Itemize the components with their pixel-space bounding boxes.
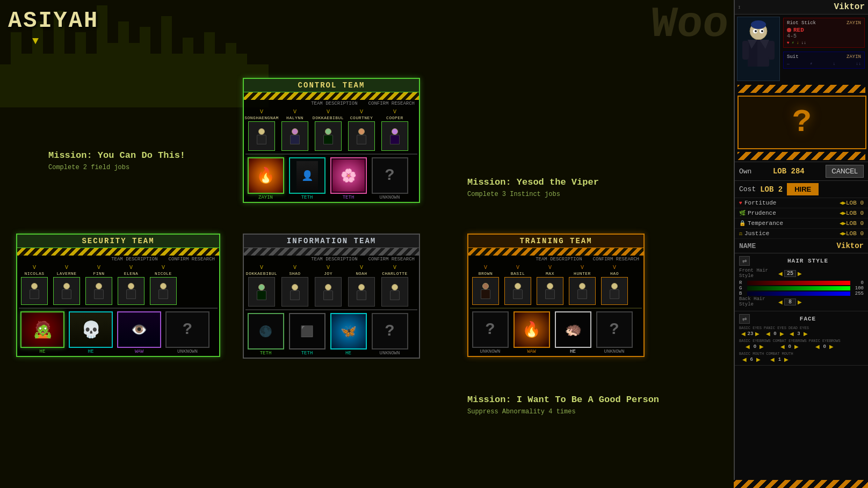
cost-hire-row: Cost LOB 2 HIRE	[735, 181, 868, 198]
combat-eyebrows-val: 0	[786, 344, 793, 349]
combat-mouth-left[interactable]: ◀	[770, 356, 775, 362]
training-entities: ? UNKNOWN 🔥 WAW 🦔 HE ? UNKNOWN	[468, 310, 643, 356]
entity-unknown-train2[interactable]: ? UNKNOWN	[594, 311, 634, 354]
panic-eyes-left[interactable]: ◀	[766, 331, 770, 337]
entity-waw-1[interactable]: 👁️ WAW	[115, 311, 163, 354]
security-team-title: Security Team	[82, 237, 154, 245]
face-label: FACE	[752, 316, 864, 322]
basic-mouth-right[interactable]: ▶	[756, 356, 761, 362]
armor-type-label: Suit	[787, 54, 799, 60]
back-hair-right[interactable]: ▶	[798, 299, 802, 305]
svg-rect-26	[768, 41, 775, 60]
entity-teth-dark[interactable]: 👤 TETH	[287, 157, 327, 200]
member-dokkaebibul[interactable]: V DOKKAEBIBUL	[312, 109, 344, 151]
training-stripe	[468, 248, 643, 256]
armor-box[interactable]: Suit ZAYIN — ⚡ ↓ ↓↓	[783, 52, 865, 69]
combat-eyebrows-label: COMBAT EYEBROWS	[773, 339, 807, 343]
control-team-title: Control Team	[298, 81, 365, 90]
combat-mouth-item: COMBAT MOUTH ◀ 1 ▶	[766, 352, 793, 362]
member-basil[interactable]: V BASIL	[502, 265, 533, 305]
member-cooper[interactable]: V COOPER	[379, 109, 411, 151]
svg-point-19	[761, 30, 763, 32]
member-charlotte[interactable]: V CHARLOTTE	[379, 265, 411, 307]
entity-waw-fire[interactable]: 🔥 WAW	[511, 311, 552, 354]
entity-unknown-train1[interactable]: ? UNKNOWN	[470, 311, 510, 354]
stat-fortitude: ♥ Fortitude ◀ ▶ LOB 0	[735, 198, 868, 208]
hire-button[interactable]: HIRE	[787, 183, 819, 195]
entity-teth-pink[interactable]: 🌸 TETH	[328, 157, 368, 200]
basic-eyes-val: 23	[747, 331, 754, 337]
combat-eyebrows-left[interactable]: ◀	[780, 344, 785, 349]
panic-eyes-label: PANIC EYES	[764, 326, 786, 330]
back-hair-control: Back Hair Style ◀ 8 ▶	[739, 296, 864, 307]
mission-bottom-title: Mission: I Want To Be A Good Person	[467, 395, 659, 405]
cost-label: Cost	[739, 185, 756, 193]
security-members: V NICOLAS V LAVERNE V FINN V ELENA	[17, 263, 219, 307]
mission-left-title: Mission: You Can Do This!	[48, 150, 185, 161]
panic-eyes-right[interactable]: ▶	[780, 331, 784, 337]
member-finn[interactable]: V FINN	[83, 265, 114, 305]
cancel-button[interactable]: CANCEL	[826, 165, 864, 178]
member-laverne[interactable]: V LAVERNE	[51, 265, 82, 305]
hairstyle-shuffle-btn[interactable]: ⇄	[739, 256, 750, 266]
member-elena[interactable]: V ELENA	[115, 265, 147, 305]
entity-teth-info2[interactable]: ⬛ TETH	[287, 313, 327, 356]
entity-he-spike[interactable]: 🦔 HE	[553, 311, 593, 354]
basic-eyes-right[interactable]: ▶	[755, 331, 760, 337]
weapon-box[interactable]: Riot Stick ZAYIN RED 4-5 ♥ ⚡ ↓ ↓↓	[783, 18, 865, 48]
prudence-label: Prudence	[748, 210, 840, 216]
member-courtney[interactable]: V COURTNEY	[345, 109, 378, 151]
lob-cost-value: LOB 2	[760, 185, 783, 194]
member-joy[interactable]: V JOY	[312, 265, 344, 307]
dead-eyes-left[interactable]: ◀	[790, 331, 794, 337]
eyes-row: BASIC EYES ◀ 23 ▶ PANIC EYES ◀ 0 ▶ DEAD …	[739, 326, 864, 337]
stat-temperance: 🔒 Temperance ◀ ▶ LOB 0	[735, 218, 868, 229]
viktor-header: I Viktor	[735, 0, 868, 14]
member-brown[interactable]: V BROWN	[470, 265, 501, 305]
entity-he-1[interactable]: 🧟 HE	[19, 311, 66, 354]
training-subheader: Team Description Confirm Research	[468, 256, 643, 263]
info-sub1: Team Description	[311, 257, 357, 262]
dead-eyes-right[interactable]: ▶	[804, 331, 808, 337]
entity-teth-info1[interactable]: 🌑 TETH	[245, 313, 286, 356]
g-gradient	[747, 286, 850, 290]
back-hair-left[interactable]: ◀	[778, 299, 783, 305]
information-team-header: Information Team	[244, 235, 419, 248]
member-nicole[interactable]: V NICOLE	[148, 265, 179, 305]
panic-eyebrows-right[interactable]: ▶	[829, 344, 834, 349]
entity-he-teal[interactable]: 🦋 HE	[328, 313, 368, 356]
basic-mouth-left[interactable]: ◀	[742, 356, 747, 362]
entity-unknown-sec[interactable]: ? UNKNOWN	[164, 311, 211, 354]
mission-left-subtitle: Complete 2 field jobs	[48, 164, 185, 171]
combat-eyebrows-right[interactable]: ▶	[794, 344, 799, 349]
member-hao[interactable]: V HAO	[599, 265, 630, 305]
member-max[interactable]: V MAX	[534, 265, 566, 305]
basic-eyes-label: BASIC EYES	[739, 326, 762, 330]
basic-eyebrows-left[interactable]: ◀	[746, 344, 750, 349]
member-nicolas[interactable]: V NICOLAS	[19, 265, 50, 305]
combat-mouth-right[interactable]: ▶	[784, 356, 789, 362]
member-noah[interactable]: V NOAH	[345, 265, 378, 307]
face-shuffle-btn[interactable]: ⇄	[739, 314, 750, 324]
member-shao[interactable]: V SHAO	[279, 265, 311, 307]
hairstyle-header-row: ⇄ HAIR STYLE	[739, 256, 864, 266]
info-divider	[245, 309, 417, 310]
entity-zayin-fire[interactable]: 🔥 ZAYIN	[245, 157, 286, 200]
entity-he-2[interactable]: 💀 HE	[67, 311, 114, 354]
front-hair-left[interactable]: ◀	[778, 271, 783, 276]
entity-unknown-1[interactable]: ? UNKNOWN	[370, 157, 410, 200]
member-songhaengnam[interactable]: V SONGHAENGNAM	[245, 109, 278, 151]
basic-mouth-label: BASIC MOUTH	[739, 352, 764, 356]
front-hair-right[interactable]: ▶	[798, 271, 802, 276]
member-dokkaebibul-info[interactable]: V DOKKAEBIBUL	[245, 265, 278, 307]
info-stripe	[244, 248, 419, 256]
own-label: Own	[739, 167, 751, 176]
member-halynn[interactable]: V HALYNN	[279, 109, 311, 151]
panic-eyebrows-left[interactable]: ◀	[815, 344, 820, 349]
basic-eyes-left[interactable]: ◀	[741, 331, 746, 337]
basic-eyebrows-right[interactable]: ▶	[760, 344, 764, 349]
security-team-header: Security Team	[17, 235, 219, 248]
member-hunter[interactable]: V HUNTER	[567, 265, 598, 305]
entity-unknown-info[interactable]: ? UNKNOWN	[370, 313, 410, 356]
training-divider	[470, 308, 642, 309]
